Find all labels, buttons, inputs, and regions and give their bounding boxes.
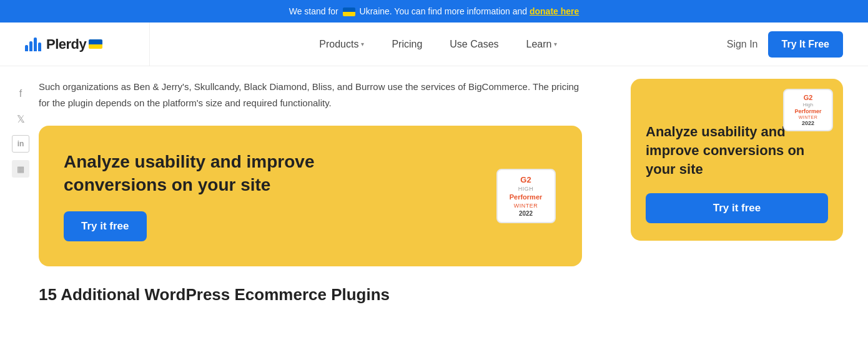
bar4 — [38, 43, 41, 51]
g2-logo: G2 — [520, 175, 531, 184]
main-article: Such organizations as Ben & Jerry's, Sku… — [39, 79, 612, 304]
logo-text[interactable]: Plerdy — [46, 36, 86, 53]
g2-label: High — [518, 186, 534, 192]
bar1 — [25, 45, 28, 51]
bar2 — [29, 41, 32, 51]
sidebar-g2-performer: Performer — [794, 108, 821, 114]
chevron-down-icon: ▾ — [361, 41, 364, 48]
logo-flag-icon — [89, 39, 102, 49]
g2-season-label: WINTER — [514, 203, 538, 209]
header-actions: Sign In Try It Free — [727, 31, 843, 58]
article-intro: Such organizations as Ben & Jerry's, Sku… — [39, 79, 582, 111]
sidebar-g2-badge: G2 High Performer WINTER 2022 — [783, 89, 833, 131]
top-banner: We stand for Ukraine. You can find more … — [0, 0, 868, 23]
nav-use-cases[interactable]: Use Cases — [436, 23, 512, 66]
logo-icon — [25, 38, 41, 51]
logo-area: Plerdy — [25, 23, 150, 66]
linkedin-icon[interactable]: in — [12, 135, 29, 153]
banner-text-after: Ukraine. You can find more information a… — [360, 6, 528, 16]
main-cta-heading: Analyze usability and improve conversion… — [64, 151, 363, 196]
main-cta-card: Analyze usability and improve conversion… — [39, 126, 582, 266]
g2-performer-label: Performer — [510, 193, 543, 201]
sidebar-cta: G2 High Performer WINTER 2022 Analyze us… — [631, 79, 843, 304]
section-heading: 15 Additional WordPress Ecommerce Plugin… — [39, 285, 612, 304]
nav-products[interactable]: Products ▾ — [305, 23, 378, 66]
facebook-icon[interactable]: f — [12, 85, 29, 103]
header: Plerdy Products ▾ Pricing Use Cases Lear… — [0, 23, 868, 66]
main-nav: Products ▾ Pricing Use Cases Learn ▾ — [150, 23, 727, 66]
try-it-free-button[interactable]: Try It Free — [768, 31, 843, 58]
sidebar-g2-logo: G2 — [804, 94, 813, 101]
sidebar-g2-label: High — [803, 102, 813, 108]
nav-pricing[interactable]: Pricing — [378, 23, 436, 66]
sign-in-button[interactable]: Sign In — [727, 39, 758, 50]
g2-badge: G2 High Performer WINTER 2022 — [495, 162, 557, 231]
sidebar-g2-badge-inner: G2 High Performer WINTER 2022 — [783, 89, 833, 131]
digg-icon[interactable]: ▦ — [12, 160, 29, 178]
banner-text-before: We stand for — [289, 6, 338, 16]
ukraine-flag-icon — [343, 8, 355, 16]
sidebar-g2-year: 2022 — [802, 120, 814, 126]
twitter-icon[interactable]: 𝕏 — [12, 110, 29, 128]
nav-learn[interactable]: Learn ▾ — [513, 23, 571, 66]
main-content: f 𝕏 in ▦ Such organizations as Ben & Jer… — [0, 66, 868, 323]
bar3 — [34, 38, 37, 51]
sidebar-try-free-button[interactable]: Try it free — [646, 193, 828, 223]
donate-link[interactable]: donate here — [530, 6, 579, 16]
main-try-free-button[interactable]: Try it free — [64, 211, 147, 241]
chevron-down-icon: ▾ — [554, 41, 557, 48]
content-wrapper: Such organizations as Ben & Jerry's, Sku… — [32, 66, 868, 323]
sidebar-g2-season: WINTER — [799, 115, 818, 119]
g2-year-label: 2022 — [519, 210, 533, 217]
g2-badge-inner: G2 High Performer WINTER 2022 — [496, 169, 556, 223]
sidebar-cta-card: G2 High Performer WINTER 2022 Analyze us… — [631, 79, 843, 241]
social-sidebar: f 𝕏 in ▦ — [0, 66, 32, 323]
